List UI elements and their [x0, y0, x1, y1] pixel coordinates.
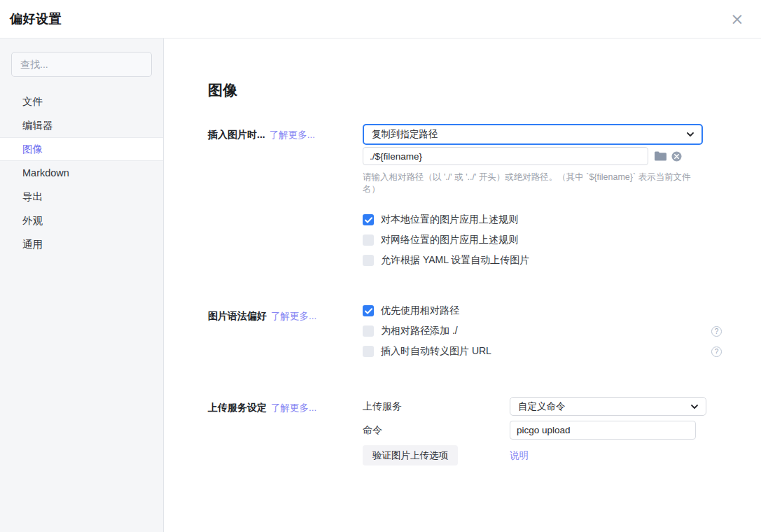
insert-section-label: 插入图片时...	[208, 129, 265, 140]
checkbox-network-images[interactable]	[363, 234, 374, 246]
validate-upload-button[interactable]: 验证图片上传选项	[363, 445, 458, 465]
command-input[interactable]	[510, 421, 696, 440]
chevron-down-icon	[690, 402, 699, 411]
insert-action-select[interactable]: 复制到指定路径	[363, 124, 703, 145]
upload-service-row: 上传服务 自定义命令	[363, 397, 722, 416]
search-input[interactable]	[11, 52, 152, 77]
sidebar-item-label: Markdown	[22, 167, 69, 178]
sidebar-item-image[interactable]: 图像	[0, 137, 163, 161]
checkbox-local-images[interactable]	[363, 214, 374, 225]
checkbox-row-yaml-upload: 允许根据 YAML 设置自动上传图片	[363, 255, 703, 266]
checkbox-label: 为相对路径添加 ./	[381, 325, 458, 337]
sidebar-item-label: 导出	[22, 190, 43, 204]
upload-service-label: 上传服务	[363, 400, 510, 413]
checkbox-escape-url[interactable]	[363, 346, 374, 357]
sidebar-item-label: 通用	[22, 238, 43, 251]
titlebar: 偏好设置 ×	[0, 0, 761, 38]
checkbox-row-network-images: 对网络位置的图片应用上述规则	[363, 234, 703, 246]
help-icon[interactable]: ?	[711, 346, 722, 357]
checkbox-prefer-relative[interactable]	[363, 305, 374, 316]
checkbox-row-prefer-relative: 优先使用相对路径	[363, 305, 722, 316]
command-row: 命令	[363, 421, 722, 440]
checkbox-yaml-upload[interactable]	[363, 255, 374, 266]
sidebar-item-label: 图像	[22, 143, 43, 156]
main-panel: 图像 插入图片时...了解更多... 复制到指定路径	[164, 38, 761, 532]
sidebar-nav: 文件 编辑器 图像 Markdown 导出 外观 通用	[0, 90, 163, 256]
upload-service-select-value: 自定义命令	[518, 400, 690, 413]
sidebar-item-file[interactable]: 文件	[0, 90, 163, 113]
chevron-down-icon	[686, 130, 694, 139]
upload-help-link[interactable]: 说明	[510, 449, 529, 462]
checkbox-row-add-dot-slash: 为相对路径添加 ./ ?	[363, 326, 722, 337]
image-syntax-section: 图片语法偏好了解更多... 优先使用相对路径 为相对路径添加 ./	[208, 305, 761, 366]
page-title: 图像	[208, 80, 761, 100]
insert-action-select-value: 复制到指定路径	[372, 128, 686, 141]
close-icon[interactable]: ×	[727, 9, 747, 29]
upload-service-select[interactable]: 自定义命令	[510, 397, 706, 416]
upload-service-section: 上传服务设定了解更多... 上传服务 自定义命令 命令	[208, 397, 761, 465]
upload-learn-more-link[interactable]: 了解更多...	[271, 402, 316, 413]
sidebar-item-appearance[interactable]: 外观	[0, 209, 163, 232]
sidebar-item-label: 文件	[22, 95, 43, 108]
checkbox-label: 允许根据 YAML 设置自动上传图片	[381, 254, 529, 267]
checkbox-label: 插入时自动转义图片 URL	[381, 345, 491, 358]
sidebar-item-general[interactable]: 通用	[0, 232, 163, 256]
checkmark-icon	[365, 308, 372, 314]
upload-section-label: 上传服务设定	[208, 402, 267, 413]
upload-actions-row: 验证图片上传选项 说明	[363, 445, 722, 465]
sidebar-item-markdown[interactable]: Markdown	[0, 161, 163, 185]
syntax-learn-more-link[interactable]: 了解更多...	[271, 311, 316, 321]
clear-input-icon[interactable]	[671, 151, 682, 162]
checkbox-label: 对本地位置的图片应用上述规则	[381, 214, 518, 226]
sidebar-item-export[interactable]: 导出	[0, 185, 163, 209]
folder-icon[interactable]	[655, 151, 666, 161]
checkmark-icon	[365, 217, 372, 223]
insert-image-section: 插入图片时...了解更多... 复制到指定路径	[208, 124, 761, 275]
help-icon[interactable]: ?	[711, 326, 722, 337]
insert-learn-more-link[interactable]: 了解更多...	[270, 130, 315, 140]
path-hint-text: 请输入相对路径（以 './' 或 '../' 开头）或绝对路径。（其中 `${f…	[363, 172, 703, 195]
sidebar-item-label: 外观	[22, 214, 43, 227]
window-title: 偏好设置	[10, 10, 62, 27]
checkbox-label: 优先使用相对路径	[381, 304, 459, 317]
command-label: 命令	[363, 424, 510, 437]
preferences-window: 偏好设置 × 文件 编辑器 图像 Markdown	[0, 0, 761, 532]
checkbox-row-escape-url: 插入时自动转义图片 URL ?	[363, 346, 722, 357]
syntax-section-label: 图片语法偏好	[208, 310, 267, 321]
checkbox-add-dot-slash[interactable]	[363, 326, 374, 337]
sidebar-item-label: 编辑器	[22, 119, 53, 132]
copy-path-input[interactable]	[363, 147, 648, 165]
sidebar-item-editor[interactable]: 编辑器	[0, 113, 163, 137]
sidebar: 文件 编辑器 图像 Markdown 导出 外观 通用	[0, 38, 164, 532]
checkbox-row-local-images: 对本地位置的图片应用上述规则	[363, 214, 703, 225]
checkbox-label: 对网络位置的图片应用上述规则	[381, 234, 518, 246]
